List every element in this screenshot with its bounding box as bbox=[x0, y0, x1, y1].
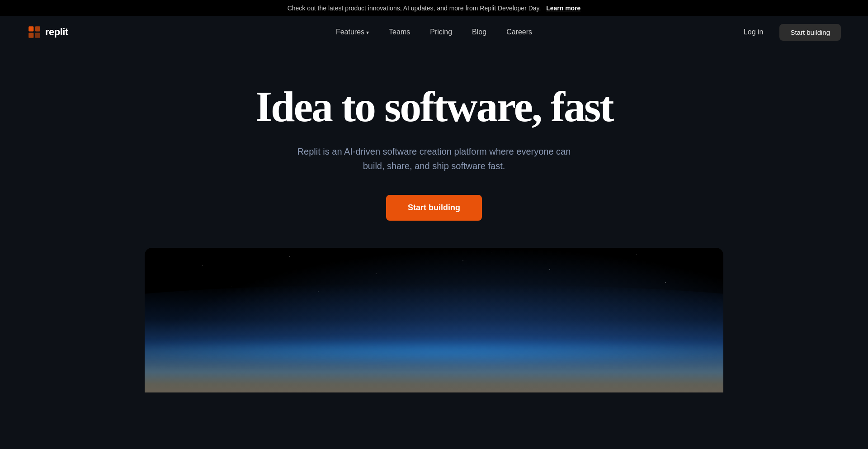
navbar-left: replit bbox=[27, 25, 68, 39]
logo[interactable]: replit bbox=[27, 25, 68, 39]
start-building-nav-button[interactable]: Start building bbox=[779, 24, 841, 41]
atmosphere-glow bbox=[145, 338, 723, 365]
login-button[interactable]: Log in bbox=[735, 24, 773, 40]
earth-container bbox=[145, 248, 723, 392]
navbar: replit Features ▾ Teams Pricing Blog Car… bbox=[0, 16, 868, 48]
svg-rect-2 bbox=[28, 33, 33, 38]
svg-rect-1 bbox=[35, 26, 40, 31]
earth-background bbox=[145, 248, 723, 392]
svg-rect-3 bbox=[35, 33, 40, 38]
announcement-bar: Check out the latest product innovations… bbox=[0, 0, 868, 16]
logo-text: replit bbox=[45, 26, 68, 38]
svg-rect-0 bbox=[28, 26, 33, 31]
nav-item-features[interactable]: Features ▾ bbox=[328, 24, 377, 40]
navbar-center: Features ▾ Teams Pricing Blog Careers bbox=[328, 24, 540, 40]
nav-item-blog[interactable]: Blog bbox=[464, 24, 495, 40]
chevron-down-icon: ▾ bbox=[366, 29, 369, 36]
announcement-text: Check out the latest product innovations… bbox=[288, 5, 541, 12]
hero-subtitle: Replit is an AI-driven software creation… bbox=[289, 144, 579, 173]
announcement-link[interactable]: Learn more bbox=[546, 5, 580, 12]
start-building-hero-button[interactable]: Start building bbox=[386, 195, 482, 221]
hero-title: Idea to software, fast bbox=[255, 84, 613, 130]
nav-item-pricing[interactable]: Pricing bbox=[422, 24, 460, 40]
logo-icon bbox=[27, 25, 42, 39]
nav-item-teams[interactable]: Teams bbox=[381, 24, 418, 40]
navbar-right: Log in Start building bbox=[735, 24, 841, 41]
nav-item-careers[interactable]: Careers bbox=[498, 24, 540, 40]
hero-section: Idea to software, fast Replit is an AI-d… bbox=[0, 48, 868, 248]
